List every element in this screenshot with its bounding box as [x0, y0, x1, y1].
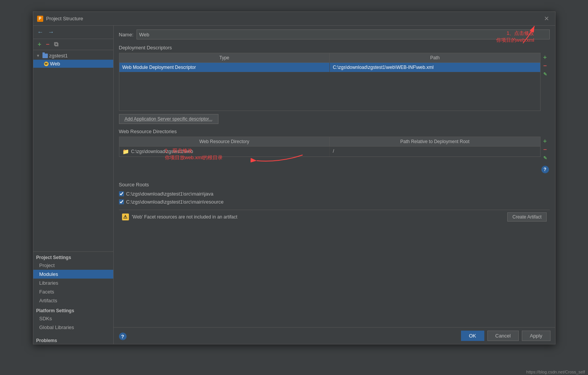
back-button[interactable]: ← [36, 28, 45, 36]
copy-module-button[interactable]: ⧉ [52, 41, 60, 48]
deployment-empty-area [119, 72, 540, 111]
deployment-add-button[interactable]: + [541, 54, 549, 61]
checkbox-item-2: C:\zgs\download\zgstest1\src\main\resour… [119, 198, 550, 206]
sidebar-item-sdks[interactable]: SDKs [33, 314, 113, 323]
name-input[interactable] [137, 29, 550, 39]
cancel-button[interactable]: Cancel [487, 331, 519, 341]
deployment-table-header: Type Path [119, 53, 540, 63]
source-roots-section: Source Roots C:\zgs\download\zgstest1\sr… [119, 182, 550, 206]
source-root-2-path: C:\zgs\download\zgstest1\src\main\resour… [126, 199, 224, 205]
wr-table-row[interactable]: 📁 C:\zgs\download\zgstest1\web / [119, 147, 540, 157]
forward-button[interactable]: → [47, 28, 55, 36]
close-button[interactable]: ✕ [542, 14, 551, 23]
tree-web-item[interactable]: W Web [33, 60, 113, 68]
title-bar: P Project Structure ✕ [33, 12, 555, 26]
col-path-header: Path [330, 53, 540, 62]
tree-web-label: Web [50, 61, 60, 67]
create-artifact-button[interactable]: Create Artifact [507, 212, 546, 222]
web-resource-section-title: Web Resource Directories [119, 129, 550, 134]
apply-button[interactable]: Apply [522, 331, 551, 341]
help-icon[interactable]: ? [119, 333, 127, 340]
source-roots-title: Source Roots [119, 182, 550, 188]
sidebar-item-facets[interactable]: Facets [33, 287, 113, 296]
tree-area: ▼ zgstest1 W Web [33, 50, 113, 251]
tree-root-label: zgstest1 [49, 53, 68, 59]
wr-path-cell: / [330, 147, 540, 157]
tree-root-item[interactable]: ▼ zgstest1 [33, 52, 113, 60]
web-resource-section: Web Resource Directories Web Resource Di… [119, 129, 550, 174]
deployment-table-wrapper: Type Path Web Module Deployment Descript… [119, 53, 550, 114]
add-module-button[interactable]: + [36, 41, 43, 48]
deployment-section-title: Deployment Descriptors [119, 45, 550, 51]
wr-edit-button[interactable]: ✎ [541, 154, 549, 162]
sidebar-item-libraries[interactable]: Libraries [33, 279, 113, 287]
source-root-1-checkbox[interactable] [119, 191, 124, 196]
warning-icon: ⚠ [122, 214, 129, 220]
dialog-footer: ? OK Cancel Apply [114, 327, 555, 344]
name-label: Name: [119, 32, 134, 38]
tree-expand-icon: ▼ [36, 54, 41, 58]
nav-controls: ← → [33, 26, 113, 39]
wr-dir-cell: 📁 C:\zgs\download\zgstest1\web [119, 147, 330, 157]
warning-left: ⚠ 'Web' Facet resources are not included… [122, 214, 238, 220]
wr-side-buttons: + − ✎ ? [541, 137, 550, 174]
sidebar-item-global-libraries[interactable]: Global Libraries [33, 323, 113, 332]
web-icon: W [44, 62, 49, 66]
deployment-table-row[interactable]: Web Module Deployment Descriptor C:\zgs\… [119, 63, 540, 72]
folder-small-icon: 📁 [122, 148, 129, 155]
app-icon: P [37, 16, 43, 22]
window-title: Project Structure [46, 16, 83, 21]
source-root-1-path: C:\zgs\download\zgstest1\src\main\java [126, 191, 213, 197]
left-sidebar: ← → + − ⧉ ▼ zgstest1 W Web [33, 26, 114, 344]
deployment-edit-button[interactable]: ✎ [541, 70, 549, 78]
wr-col1-header: Web Resource Directory [119, 137, 330, 146]
col-type-header: Type [119, 53, 330, 62]
deployment-remove-button[interactable]: − [541, 62, 549, 70]
warning-bar: ⚠ 'Web' Facet resources are not included… [119, 210, 550, 224]
wr-help-button[interactable]: ? [541, 166, 549, 173]
platform-settings-header: Platform Settings [33, 305, 113, 314]
folder-icon [42, 54, 48, 58]
web-resource-table-container: Web Resource Directory Path Relative to … [119, 137, 541, 157]
source-root-2-checkbox[interactable] [119, 199, 124, 204]
checkbox-item-1: C:\zgs\download\zgstest1\src\main\java [119, 190, 550, 198]
remove-module-button[interactable]: − [44, 41, 51, 48]
ok-button[interactable]: OK [461, 331, 484, 341]
panel-content: Name: Deployment Descriptors Type Path [114, 26, 555, 327]
web-resource-table-wrapper: Web Resource Directory Path Relative to … [119, 137, 550, 174]
deployment-side-buttons: + − ✎ [541, 53, 550, 114]
project-settings-header: Project Settings [33, 252, 113, 261]
deployment-table-container: Type Path Web Module Deployment Descript… [119, 53, 541, 111]
tree-toolbar: + − ⧉ [33, 39, 113, 50]
wr-col2-header: Path Relative to Deployment Root [330, 137, 540, 146]
wr-remove-button[interactable]: − [541, 146, 549, 153]
sidebar-item-project[interactable]: Project [33, 261, 113, 270]
url-bar: https://blog.csdn.net/Cross_self [523, 369, 588, 375]
deployment-table: Type Path Web Module Deployment Descript… [119, 53, 541, 114]
wr-table-header: Web Resource Directory Path Relative to … [119, 137, 540, 147]
web-resource-table: Web Resource Directory Path Relative to … [119, 137, 541, 174]
right-panel: Name: Deployment Descriptors Type Path [114, 26, 555, 344]
problems-label: Problems [33, 335, 113, 344]
name-row: Name: [119, 29, 550, 39]
bottom-help-button[interactable]: ? [119, 333, 127, 340]
sidebar-item-artifacts[interactable]: Artifacts [33, 296, 113, 305]
sidebar-item-modules[interactable]: Modules [33, 270, 113, 279]
warning-text: 'Web' Facet resources are not included i… [132, 214, 238, 220]
wr-add-button[interactable]: + [541, 137, 549, 145]
deployment-path-cell: C:\zgs\download\zgstest1\web\WEB-INF\web… [330, 63, 540, 72]
deployment-type-cell: Web Module Deployment Descriptor [119, 63, 330, 72]
add-descriptor-button[interactable]: Add Application Server specific descript… [119, 114, 218, 124]
